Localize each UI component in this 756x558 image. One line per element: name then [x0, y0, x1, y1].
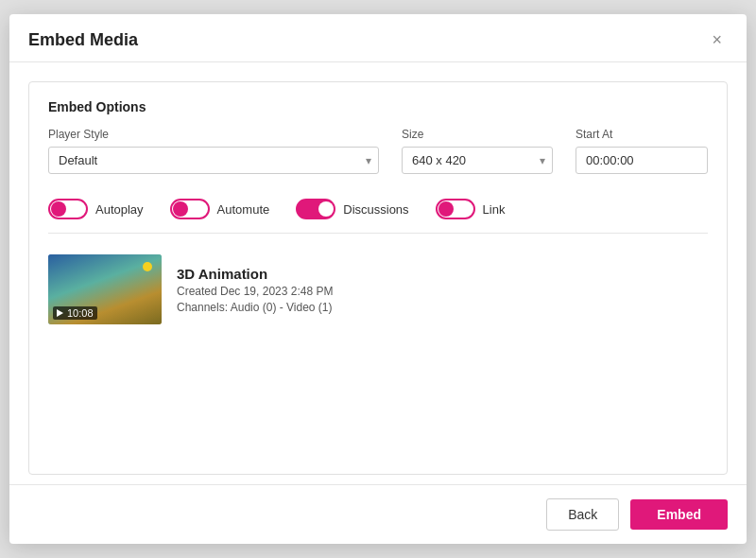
media-info: 3D Animation Created Dec 19, 2023 2:48 P… — [177, 266, 333, 314]
size-select-wrapper: 640 x 420 800 x 500 1280 x 720 ▾ — [402, 147, 553, 174]
link-toggle[interactable] — [436, 199, 475, 219]
automute-toggle[interactable] — [170, 199, 210, 219]
media-duration: 10:08 — [67, 307, 94, 319]
media-item: 10:08 3D Animation Created Dec 19, 2023 … — [48, 249, 708, 330]
autoplay-toggle-knob — [51, 201, 66, 217]
dialog-body: Embed Options Player Style Default Minim… — [9, 62, 747, 484]
thumbnail-yellow-dot — [143, 262, 152, 271]
player-style-select-wrapper: Default Minimal Full ▾ — [48, 147, 379, 174]
discussions-toggle-knob — [318, 201, 334, 217]
link-toggle-knob — [438, 201, 454, 217]
embed-media-dialog: Embed Media × Embed Options Player Style… — [9, 14, 747, 544]
embed-options-card: Embed Options Player Style Default Minim… — [28, 81, 728, 475]
media-name: 3D Animation — [177, 266, 333, 282]
toggles-row: Autoplay Automute Discussions — [48, 189, 708, 234]
link-label: Link — [483, 202, 506, 217]
player-style-select[interactable]: Default Minimal Full — [48, 147, 379, 174]
media-created: Created Dec 19, 2023 2:48 PM — [177, 285, 333, 298]
dialog-header: Embed Media × — [9, 14, 747, 62]
section-title: Embed Options — [48, 99, 708, 114]
autoplay-label: Autoplay — [95, 202, 144, 217]
start-at-input[interactable] — [576, 147, 708, 174]
dialog-title: Embed Media — [28, 30, 138, 50]
play-icon — [57, 309, 63, 317]
media-duration-badge: 10:08 — [53, 306, 97, 320]
size-group: Size 640 x 420 800 x 500 1280 x 720 ▾ — [402, 128, 553, 174]
start-at-label: Start At — [576, 128, 708, 141]
discussions-label: Discussions — [343, 202, 408, 217]
media-channels: Channels: Audio (0) - Video (1) — [177, 301, 333, 314]
player-style-group: Player Style Default Minimal Full ▾ — [48, 128, 379, 174]
discussions-toggle-group: Discussions — [296, 199, 408, 219]
autoplay-toggle-group: Autoplay — [48, 199, 144, 219]
automute-label: Automute — [217, 202, 270, 217]
automute-toggle-knob — [173, 201, 188, 217]
discussions-toggle[interactable] — [296, 199, 335, 219]
autoplay-toggle[interactable] — [48, 199, 88, 219]
automute-toggle-group: Automute — [170, 199, 270, 219]
link-toggle-group: Link — [436, 199, 506, 219]
start-at-group: Start At — [576, 128, 708, 174]
media-thumbnail: 10:08 — [48, 254, 162, 324]
size-label: Size — [402, 128, 553, 141]
player-style-label: Player Style — [48, 128, 379, 141]
dialog-footer: Back Embed — [9, 484, 747, 544]
back-button[interactable]: Back — [546, 498, 619, 531]
options-row: Player Style Default Minimal Full ▾ Size — [48, 128, 708, 174]
close-button[interactable]: × — [706, 29, 728, 50]
size-select[interactable]: 640 x 420 800 x 500 1280 x 720 — [402, 147, 553, 174]
embed-button[interactable]: Embed — [630, 499, 728, 530]
